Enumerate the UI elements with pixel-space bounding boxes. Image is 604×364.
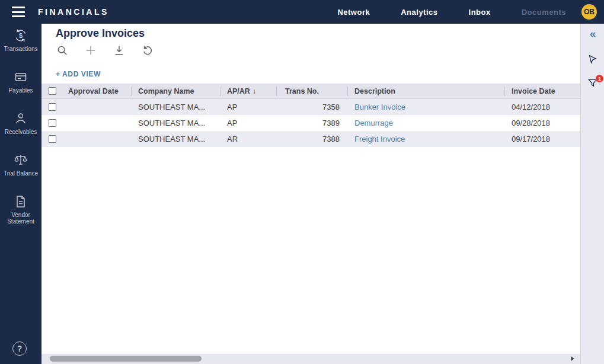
transactions-icon: $	[14, 28, 28, 43]
toolbar	[56, 44, 154, 57]
description-link[interactable]: Bunker Invoice	[354, 103, 405, 111]
page-title: Approve Invoices	[56, 27, 145, 40]
col-apar-label: AP/AR	[227, 87, 250, 95]
cell-trans-no: 7389	[277, 119, 348, 127]
cell-invoice-date: 09/17/2018	[505, 135, 580, 143]
payables-icon	[14, 70, 28, 84]
brand-title: FINANCIALS	[38, 7, 109, 17]
add-icon[interactable]	[84, 44, 97, 57]
top-nav: Network Analytics Inbox Documents	[337, 0, 566, 24]
sidebar-label: Vendor Statement	[4, 212, 38, 225]
select-all-checkbox[interactable]	[49, 87, 56, 95]
col-invoice-date[interactable]: Invoice Date	[505, 87, 580, 96]
sidebar-item-transactions[interactable]: $ Transactions	[0, 24, 41, 65]
main-content: Approve Invoices	[41, 24, 580, 354]
nav-inbox[interactable]: Inbox	[469, 8, 491, 17]
hamburger-menu-icon[interactable]	[12, 7, 25, 17]
sidebar-item-receivables[interactable]: Receivables	[0, 107, 41, 148]
receivables-icon	[14, 111, 28, 126]
user-avatar[interactable]: OB	[581, 4, 597, 20]
sidebar-item-payables[interactable]: Payables	[0, 65, 41, 107]
sort-desc-icon: ↓	[253, 87, 256, 95]
search-icon[interactable]	[56, 44, 69, 57]
sidebar-item-trial-balance[interactable]: Trial Balance	[0, 148, 41, 190]
help-icon[interactable]: ?	[12, 341, 27, 356]
nav-documents[interactable]: Documents	[522, 8, 566, 17]
right-tool-panel: « 1	[580, 24, 604, 364]
sidebar-label: Receivables	[5, 129, 37, 135]
cell-apar: AR	[220, 135, 277, 143]
col-description[interactable]: Description	[348, 87, 505, 96]
scrollbar-thumb[interactable]	[50, 356, 202, 362]
cell-trans-no: 7358	[277, 103, 348, 111]
cell-apar: AP	[220, 103, 277, 111]
nav-analytics[interactable]: Analytics	[401, 8, 437, 17]
col-apar[interactable]: AP/AR↓	[220, 87, 277, 96]
invoices-table: Approval Date Company Name AP/AR↓ Trans …	[41, 84, 580, 147]
left-sidebar: $ Transactions Payables Receivables	[0, 24, 41, 364]
scroll-right-arrow-icon[interactable]	[571, 356, 574, 361]
table-row[interactable]: SOUTHEAST MA... AP 7358 Bunker Invoice 0…	[41, 99, 580, 115]
sidebar-item-vendor-statement[interactable]: Vendor Statement	[0, 190, 41, 231]
row-checkbox[interactable]	[49, 135, 56, 143]
cell-company-name: SOUTHEAST MA...	[132, 119, 220, 127]
cell-company-name: SOUTHEAST MA...	[132, 135, 220, 143]
cell-trans-no: 7388	[277, 135, 348, 143]
trial-balance-icon	[14, 153, 28, 167]
horizontal-scrollbar[interactable]	[41, 354, 580, 364]
cell-company-name: SOUTHEAST MA...	[132, 103, 220, 111]
cell-invoice-date: 04/12/2018	[505, 103, 580, 111]
vendor-statement-icon	[14, 194, 28, 209]
description-link[interactable]: Freight Invoice	[354, 135, 405, 143]
download-icon[interactable]	[113, 44, 126, 57]
app-window: FINANCIALS Network Analytics Inbox Docum…	[0, 0, 604, 364]
reset-icon[interactable]	[141, 44, 154, 57]
row-checkbox[interactable]	[49, 119, 56, 127]
add-view-button[interactable]: + ADD VIEW	[56, 70, 101, 78]
top-bar: FINANCIALS Network Analytics Inbox Docum…	[0, 0, 604, 24]
table-row[interactable]: SOUTHEAST MA... AP 7389 Demurrage 09/28/…	[41, 115, 580, 131]
nav-network[interactable]: Network	[337, 8, 370, 17]
pointer-icon[interactable]	[581, 53, 604, 65]
table-header-row: Approval Date Company Name AP/AR↓ Trans …	[41, 84, 580, 99]
row-checkbox[interactable]	[49, 103, 56, 111]
svg-text:$: $	[19, 32, 23, 39]
description-link[interactable]: Demurrage	[354, 119, 393, 127]
col-trans-no[interactable]: Trans No.	[277, 87, 348, 96]
col-approval-date[interactable]: Approval Date	[62, 87, 132, 96]
col-company-name[interactable]: Company Name	[132, 87, 220, 96]
sidebar-label: Payables	[8, 87, 33, 94]
filter-count-badge: 1	[596, 75, 603, 82]
table-row[interactable]: SOUTHEAST MA... AR 7388 Freight Invoice …	[41, 131, 580, 147]
collapse-panel-icon[interactable]: «	[581, 27, 604, 40]
sidebar-label: Transactions	[4, 46, 38, 52]
cell-invoice-date: 09/28/2018	[505, 119, 580, 127]
sidebar-label: Trial Balance	[4, 170, 38, 177]
cell-apar: AP	[220, 119, 277, 127]
